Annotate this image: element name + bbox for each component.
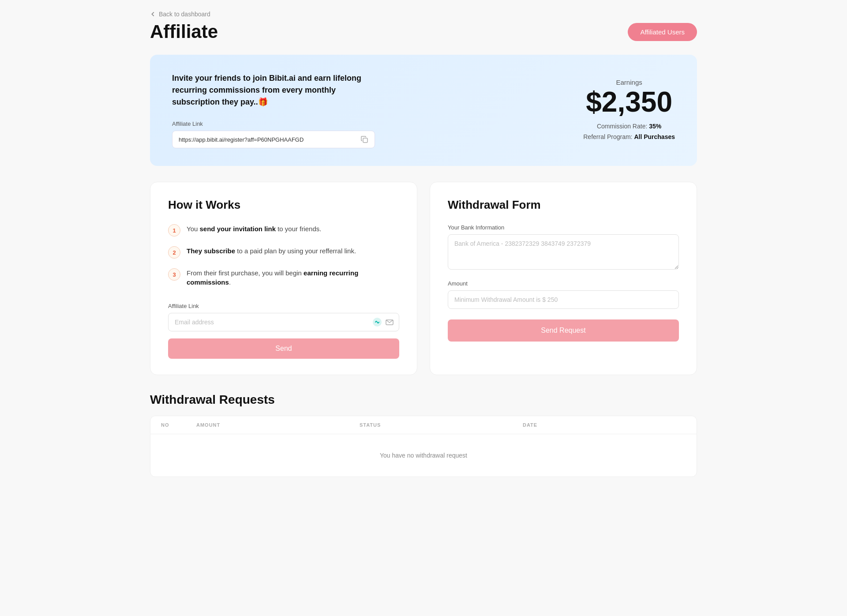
steps-list: 1 You send your invitation link to your …: [168, 224, 399, 287]
email-input-row: [168, 313, 399, 331]
withdrawal-requests-section: Withdrawal Requests NO AMOUNT STATUS DAT…: [150, 393, 697, 477]
banner-right: Earnings $2,350 Commission Rate: 35% Ref…: [583, 79, 675, 143]
affiliate-link-box: https://app.bibit.ai/register?aff=P60NPG…: [172, 131, 375, 148]
earnings-amount: $2,350: [583, 88, 675, 116]
withdrawal-form-title: Withdrawal Form: [448, 198, 679, 212]
col-no: NO: [161, 422, 196, 428]
back-label: Back to dashboard: [159, 11, 210, 18]
col-date: DATE: [523, 422, 686, 428]
affiliate-link-section: Affiliate Link https://app.bibit.ai/regi…: [172, 120, 375, 148]
table-header: NO AMOUNT STATUS DATE: [150, 416, 697, 434]
page-title: Affiliate: [150, 21, 218, 42]
banner-tagline: Invite your friends to join Bibit.ai and…: [172, 72, 375, 108]
step-item-1: 1 You send your invitation link to your …: [168, 224, 399, 237]
commission-rate-value: 35%: [649, 123, 661, 130]
amount-label: Amount: [448, 280, 679, 287]
commission-rate-label: Commission Rate:: [597, 123, 649, 130]
affiliate-link-value: https://app.bibit.ai/register?aff=P60NPG…: [179, 136, 304, 143]
step-item-3: 3 From their first purchase, you will be…: [168, 268, 399, 287]
how-it-works-affiliate-label: Affiliate Link: [168, 303, 399, 309]
commission-info: Commission Rate: 35% Referral Program: A…: [583, 121, 675, 143]
bank-info-label: Your Bank Information: [448, 224, 679, 231]
affiliate-link-label: Affiliate Link: [172, 120, 375, 127]
step-num-3: 3: [168, 268, 180, 281]
svg-rect-0: [363, 138, 367, 143]
step-text-3: From their first purchase, you will begi…: [187, 268, 399, 287]
earnings-label: Earnings: [583, 79, 675, 86]
step-text-1: You send your invitation link to your fr…: [187, 224, 321, 233]
amount-input[interactable]: [448, 290, 679, 309]
mail-icon: [386, 318, 394, 326]
how-it-works-title: How it Works: [168, 198, 399, 212]
back-to-dashboard-link[interactable]: Back to dashboard: [150, 11, 210, 18]
step-num-2: 2: [168, 246, 180, 259]
send-request-button[interactable]: Send Request: [448, 319, 679, 342]
col-status: STATUS: [360, 422, 523, 428]
step-item-2: 2 They subscribe to a paid plan by using…: [168, 246, 399, 259]
earnings-banner: Invite your friends to join Bibit.ai and…: [150, 55, 697, 166]
withdrawal-table: NO AMOUNT STATUS DATE You have no withdr…: [150, 416, 697, 477]
chevron-left-icon: [150, 11, 156, 17]
table-empty-message: You have no withdrawal request: [150, 434, 697, 477]
email-input[interactable]: [169, 313, 372, 331]
col-amount: AMOUNT: [196, 422, 360, 428]
affiliated-users-button[interactable]: Affiliated Users: [628, 23, 697, 41]
referral-label: Referral Program:: [583, 133, 634, 140]
email-icons: [372, 317, 399, 327]
step-num-1: 1: [168, 224, 180, 237]
withdrawal-requests-title: Withdrawal Requests: [150, 393, 697, 407]
bank-info-textarea[interactable]: [448, 234, 679, 270]
how-it-works-card: How it Works 1 You send your invitation …: [150, 182, 417, 375]
send-button[interactable]: Send: [168, 338, 399, 359]
copy-icon[interactable]: [360, 135, 368, 143]
banner-left: Invite your friends to join Bibit.ai and…: [172, 72, 375, 148]
withdrawal-form-card: Withdrawal Form Your Bank Information Am…: [430, 182, 697, 375]
bibit-icon: [372, 317, 382, 327]
step-text-2: They subscribe to a paid plan by using y…: [187, 246, 356, 255]
referral-value: All Purchases: [634, 133, 675, 140]
